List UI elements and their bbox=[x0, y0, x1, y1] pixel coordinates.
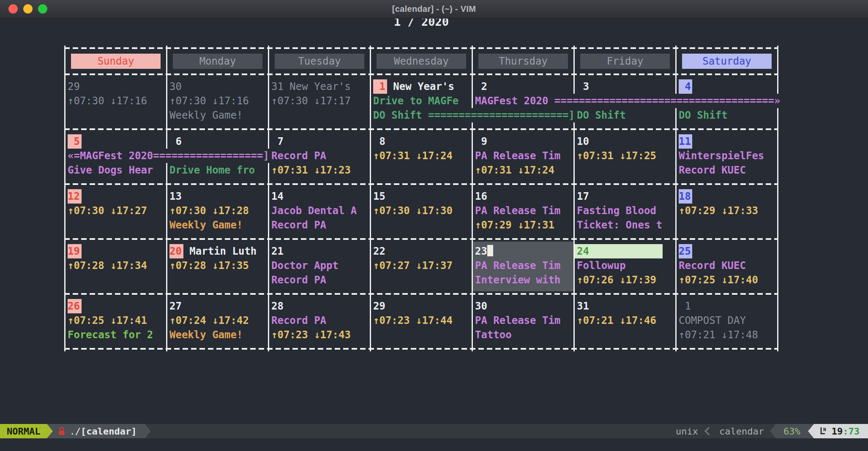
event-line: Drive to MAGFe bbox=[371, 94, 472, 108]
day-header-label: Wednesday bbox=[377, 54, 466, 69]
day-cell-29[interactable]: 29↑07:23 ↓17:44 bbox=[370, 296, 472, 346]
day-number: 1 bbox=[679, 299, 691, 313]
day-cell-5[interactable]: 5«=MAGFest 2020==================]Give D… bbox=[64, 132, 166, 182]
sunrise-sunset-times: ↑07:28 ↓17:34 bbox=[68, 260, 147, 272]
event-line: DO Shift =======================] bbox=[371, 108, 472, 122]
day-cell-30[interactable]: 30PA Release TimTattoo bbox=[472, 296, 573, 346]
file-format: unix bbox=[676, 426, 698, 437]
day-cell-8[interactable]: 8↑07:31 ↓17:24 bbox=[370, 132, 472, 182]
sunrise-sunset-times: ↑07:21 ↓17:48 bbox=[679, 329, 758, 341]
day-cell-10[interactable]: 10↑07:31 ↓17:25 bbox=[573, 132, 675, 182]
day-cell-19[interactable]: 19↑07:28 ↓17:34 bbox=[64, 242, 166, 291]
day-cell-14[interactable]: 14Jacob Dental ARecord PA bbox=[268, 187, 370, 236]
event-line: ↑07:29 ↓17:33 bbox=[677, 204, 777, 218]
day-cell-1[interactable]: 1 New Year'sDrive to MAGFeDO Shift =====… bbox=[370, 77, 472, 127]
day-number: 11 bbox=[679, 134, 692, 149]
day-number: 14 bbox=[271, 189, 284, 204]
day-cell-21[interactable]: 21Doctor ApptRecord PA bbox=[268, 242, 370, 291]
event-text: PA Release Tim bbox=[475, 260, 560, 272]
day-cell-11[interactable]: 11WinterspielFesRecord KUEC bbox=[675, 132, 777, 182]
sunrise-sunset-times: ↑07:30 ↓17:28 bbox=[169, 205, 249, 217]
event-line bbox=[66, 108, 166, 122]
day-cell-28[interactable]: 28Record PA↑07:23 ↓17:43 bbox=[268, 296, 370, 346]
day-cell-29[interactable]: 29↑07:30 ↓17:16 bbox=[64, 77, 166, 127]
event-line: ↑07:25 ↓17:41 bbox=[66, 313, 166, 328]
event-text: PA Release Tim bbox=[475, 150, 560, 162]
minimize-button[interactable] bbox=[23, 4, 33, 14]
day-cell-12[interactable]: 12↑07:30 ↓17:27 bbox=[64, 187, 166, 236]
day-cell-18[interactable]: 18↑07:29 ↓17:33 bbox=[675, 187, 777, 236]
event-line: PA Release Tim bbox=[473, 149, 573, 163]
zoom-button[interactable] bbox=[38, 4, 47, 14]
lock-icon bbox=[58, 426, 66, 436]
day-header-sunday: Sunday bbox=[64, 51, 166, 72]
event-text: Interview with bbox=[475, 274, 560, 286]
day-number-line: 27 bbox=[167, 299, 268, 313]
event-line: Followup bbox=[575, 258, 675, 273]
day-cell-15[interactable]: 15↑07:30 ↓17:30 bbox=[370, 187, 472, 236]
day-cell-30[interactable]: 30↑07:30 ↓17:16Weekly Game! bbox=[166, 77, 268, 127]
day-number: 22 bbox=[373, 244, 385, 258]
day-number-line: 1 New Year's bbox=[371, 79, 472, 94]
event-text: Weekly Game! bbox=[169, 219, 243, 231]
day-cell-1[interactable]: 1COMPOST DAY↑07:21 ↓17:48 bbox=[675, 296, 777, 346]
calendar-grid: SundayMondayTuesdayWednesdayThursdayFrid… bbox=[64, 46, 778, 351]
event-line: DO Shift bbox=[575, 108, 675, 122]
day-cell-23[interactable]: 23PA Release TimInterview with bbox=[472, 242, 573, 291]
grid-separator bbox=[64, 72, 778, 77]
file-prefix: ./ bbox=[69, 426, 81, 437]
day-cell-16[interactable]: 16PA Release Tim↑07:29 ↓17:31 bbox=[472, 187, 573, 236]
event-text: Forecast for 2 bbox=[68, 329, 153, 341]
sunrise-sunset-times: ↑07:27 ↓17:37 bbox=[373, 260, 453, 272]
day-cell-26[interactable]: 26↑07:25 ↓17:41Forecast for 2 bbox=[64, 296, 166, 346]
close-button[interactable] bbox=[8, 4, 18, 14]
event-line bbox=[66, 273, 166, 287]
day-number: 30 bbox=[169, 79, 182, 94]
event-text: WinterspielFes bbox=[679, 150, 764, 162]
event-line bbox=[167, 273, 268, 287]
event-line: ↑07:28 ↓17:35 bbox=[167, 258, 268, 273]
window-titlebar: [calendar] - (~) - VIM bbox=[0, 0, 868, 19]
event-line: ↑07:31 ↓17:25 bbox=[575, 149, 675, 163]
vim-statusline: NORMAL ./[calendar] unix calendar 63% N … bbox=[0, 424, 868, 438]
event-line bbox=[677, 218, 777, 232]
holiday-title: New Year's bbox=[387, 81, 454, 92]
event-line bbox=[575, 328, 675, 342]
statusline-middle: unix calendar bbox=[151, 424, 770, 438]
day-header-label: Monday bbox=[173, 54, 262, 69]
day-number: 19 bbox=[68, 244, 82, 258]
day-number: 13 bbox=[169, 189, 182, 204]
day-cell-24[interactable]: 24Followup↑07:26 ↓17:39 bbox=[573, 242, 675, 291]
day-number-line: 1 bbox=[677, 299, 777, 313]
day-cell-7[interactable]: 7Record PA↑07:31 ↓17:23 bbox=[268, 132, 370, 182]
day-cell-20[interactable]: 20 Martin Luth↑07:28 ↓17:35 bbox=[166, 242, 268, 291]
day-number-line: 30 bbox=[473, 299, 573, 313]
day-cell-13[interactable]: 13↑07:30 ↓17:28Weekly Game! bbox=[166, 187, 268, 236]
event-line: PA Release Tim bbox=[473, 258, 573, 273]
day-cell-17[interactable]: 17Fasting BloodTicket: Ones t bbox=[573, 187, 675, 236]
sunrise-sunset-times: ↑07:23 ↓17:44 bbox=[373, 315, 453, 326]
day-cell-31[interactable]: 31↑07:21 ↓17:46 bbox=[573, 296, 675, 346]
event-line: PA Release Tim bbox=[473, 313, 573, 328]
event-text: Drive to MAGFe bbox=[373, 95, 459, 107]
day-number: 21 bbox=[271, 244, 284, 258]
day-header-label: Saturday bbox=[682, 54, 772, 69]
event-text: Record KUEC bbox=[679, 260, 746, 272]
day-number-line: 24 bbox=[575, 244, 663, 258]
powerline-arrow bbox=[47, 424, 53, 438]
event-line bbox=[66, 218, 166, 232]
sunrise-sunset-times: ↑07:29 ↓17:31 bbox=[475, 219, 554, 231]
event-line: ↑07:31 ↓17:24 bbox=[473, 163, 573, 177]
scroll-percent-value: 63% bbox=[783, 426, 800, 437]
calendar-week-row: 5«=MAGFest 2020==================]Give D… bbox=[64, 132, 778, 182]
event-text: DO Shift bbox=[577, 109, 626, 121]
day-cell-27[interactable]: 27↑07:24 ↓17:42Weekly Game! bbox=[166, 296, 268, 346]
event-line: ↑07:26 ↓17:39 bbox=[575, 273, 675, 287]
day-cell-9[interactable]: 9PA Release Tim↑07:31 ↓17:24 bbox=[472, 132, 573, 182]
filetype: calendar bbox=[719, 426, 764, 437]
day-cell-22[interactable]: 22↑07:27 ↓17:37 bbox=[370, 242, 472, 291]
day-cell-25[interactable]: 25Record KUEC↑07:25 ↓17:40 bbox=[675, 242, 777, 291]
day-cell-31[interactable]: 31 New Year's↑07:30 ↓17:17 bbox=[268, 77, 370, 127]
day-number: 31 bbox=[577, 299, 589, 313]
event-line: Weekly Game! bbox=[167, 328, 268, 342]
